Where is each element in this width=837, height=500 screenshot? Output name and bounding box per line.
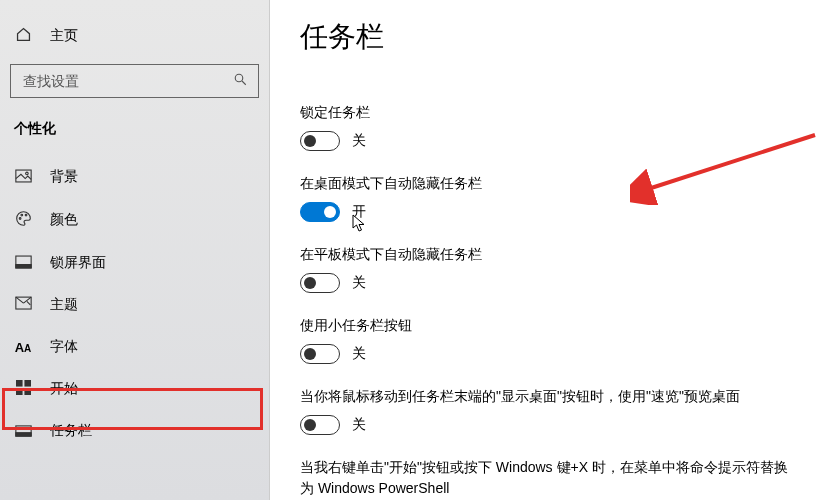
main-content: 任务栏 锁定任务栏关在桌面模式下自动隐藏任务栏开在平板模式下自动隐藏任务栏关使用… xyxy=(270,0,837,500)
font-icon: AA xyxy=(14,340,32,355)
sidebar-item-label: 字体 xyxy=(50,338,78,356)
setting-label: 在桌面模式下自动隐藏任务栏 xyxy=(300,173,800,194)
toggle-switch[interactable] xyxy=(300,344,340,364)
sidebar-item-label: 主题 xyxy=(50,296,78,314)
setting-label: 锁定任务栏 xyxy=(300,102,800,123)
page-title: 任务栏 xyxy=(300,18,837,56)
setting-3: 使用小任务栏按钮关 xyxy=(300,315,800,364)
sidebar-item-fonts[interactable]: AA 字体 xyxy=(0,326,269,368)
svg-rect-14 xyxy=(15,432,30,435)
sidebar-item-label: 背景 xyxy=(50,168,78,186)
svg-rect-9 xyxy=(16,380,23,387)
setting-0: 锁定任务栏关 xyxy=(300,102,800,151)
search-box[interactable] xyxy=(10,64,259,98)
palette-icon xyxy=(14,210,32,230)
setting-label: 当你将鼠标移动到任务栏末端的"显示桌面"按钮时，使用"速览"预览桌面 xyxy=(300,386,800,407)
svg-point-3 xyxy=(19,218,21,220)
sidebar-item-themes[interactable]: 主题 xyxy=(0,284,269,326)
setting-5: 当我右键单击"开始"按钮或按下 Windows 键+X 时，在菜单中将命令提示符… xyxy=(300,457,800,500)
sidebar-item-background[interactable]: 背景 xyxy=(0,156,269,198)
toggle-switch[interactable] xyxy=(300,202,340,222)
toggle-state-text: 开 xyxy=(352,203,366,221)
toggle-switch[interactable] xyxy=(300,415,340,435)
home-icon xyxy=(14,26,32,46)
sidebar-item-lockscreen[interactable]: 锁屏界面 xyxy=(0,242,269,284)
sidebar-item-label: 任务栏 xyxy=(50,422,92,440)
sidebar-item-label: 开始 xyxy=(50,380,78,398)
sidebar-item-start[interactable]: 开始 xyxy=(0,368,269,410)
setting-4: 当你将鼠标移动到任务栏末端的"显示桌面"按钮时，使用"速览"预览桌面关 xyxy=(300,386,800,435)
sidebar-item-label: 颜色 xyxy=(50,211,78,229)
sidebar-item-colors[interactable]: 颜色 xyxy=(0,198,269,242)
setting-2: 在平板模式下自动隐藏任务栏关 xyxy=(300,244,800,293)
svg-point-4 xyxy=(20,214,22,216)
lock-screen-icon xyxy=(14,255,32,272)
start-icon xyxy=(14,380,32,398)
svg-point-2 xyxy=(25,172,28,175)
home-link[interactable]: 主页 xyxy=(0,20,269,52)
toggle-row: 关 xyxy=(300,273,800,293)
toggle-state-text: 关 xyxy=(352,132,366,150)
toggle-row: 关 xyxy=(300,131,800,151)
toggle-switch[interactable] xyxy=(300,131,340,151)
section-title: 个性化 xyxy=(0,120,269,138)
image-icon xyxy=(14,169,32,186)
setting-label: 使用小任务栏按钮 xyxy=(300,315,800,336)
search-input[interactable] xyxy=(21,72,221,90)
svg-rect-10 xyxy=(24,380,31,387)
taskbar-icon xyxy=(14,423,32,440)
toggle-row: 关 xyxy=(300,415,800,435)
svg-rect-7 xyxy=(15,264,30,267)
sidebar-item-label: 锁屏界面 xyxy=(50,254,106,272)
setting-label: 在平板模式下自动隐藏任务栏 xyxy=(300,244,800,265)
sidebar-item-taskbar[interactable]: 任务栏 xyxy=(0,410,269,452)
toggle-state-text: 关 xyxy=(352,345,366,363)
sidebar: 主页 个性化 背景 颜色 xyxy=(0,0,270,500)
home-label: 主页 xyxy=(50,27,78,45)
search-icon xyxy=(233,72,248,90)
svg-rect-12 xyxy=(24,388,31,395)
theme-icon xyxy=(14,296,32,314)
setting-1: 在桌面模式下自动隐藏任务栏开 xyxy=(300,173,800,222)
toggle-row: 开 xyxy=(300,202,800,222)
toggle-switch[interactable] xyxy=(300,273,340,293)
svg-point-5 xyxy=(25,214,27,216)
toggle-row: 关 xyxy=(300,344,800,364)
svg-point-0 xyxy=(235,74,243,82)
svg-rect-11 xyxy=(16,388,23,395)
toggle-state-text: 关 xyxy=(352,416,366,434)
toggle-state-text: 关 xyxy=(352,274,366,292)
setting-label: 当我右键单击"开始"按钮或按下 Windows 键+X 时，在菜单中将命令提示符… xyxy=(300,457,800,499)
